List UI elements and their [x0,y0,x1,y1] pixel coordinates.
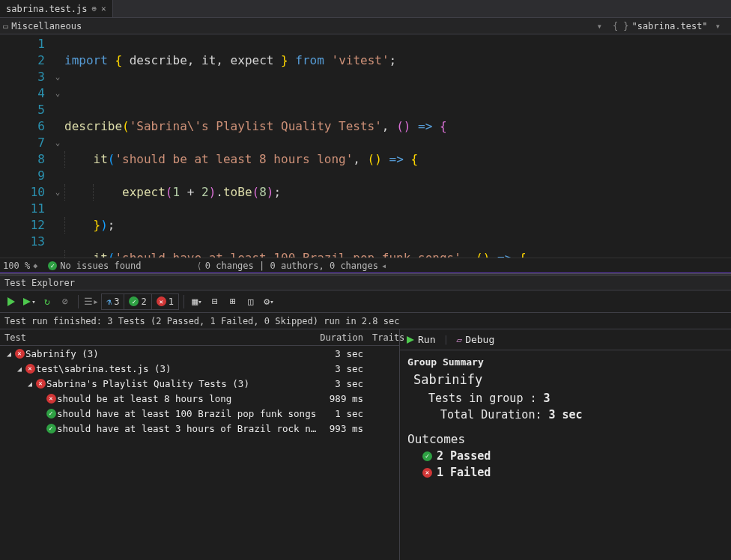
context-label: "sabrina.test" [632,21,708,31]
fail-icon: ✕ [13,349,25,359]
test-name: should have at least 3 hours of Brazil r… [57,423,317,434]
outcome-filter: ⚗3 ✓2 ✕1 [101,293,179,310]
folding-column[interactable]: ⌄⌄⌄⌄ [51,34,64,258]
svg-marker-0 [7,297,15,306]
fail-icon: ✕ [45,394,57,404]
column-test[interactable]: Test [0,332,317,343]
outcome-failed[interactable]: ✕ 1 Failed [422,466,724,479]
pass-icon: ✓ [422,451,432,461]
svg-marker-1 [23,298,31,305]
cancel-button[interactable]: ⊘ [57,293,73,310]
detail-body: Group Summary Sabrinify Tests in group :… [400,350,731,485]
outcome-passed[interactable]: ✓ 2 Passed [422,449,724,463]
group-summary-heading: Group Summary [407,356,724,368]
zoom-level[interactable]: 100 % ◆ [3,261,37,271]
tab-filename: sabrina.test.js [6,4,87,14]
editor-status-bar: 100 % ◆ ✓No issues found ⟨ 0 changes | 0… [0,258,731,273]
filter-passed[interactable]: ✓2 [124,294,151,309]
test-explorer-title: Test Explorer [0,276,731,290]
playlist-button[interactable]: ☰▸ [83,293,100,310]
editor-tab-bar: sabrina.test.js ⊕ ✕ [0,0,731,18]
test-tree-row[interactable]: ✕ should be at least 8 hours long989 ms [0,391,399,406]
run-button[interactable]: ▾ [21,293,37,310]
project-scope-icon: ▭ [3,21,8,31]
view-button[interactable]: ▦▾ [189,293,205,310]
test-tree-row[interactable]: ✓ should have at least 3 hours of Brazil… [0,421,399,436]
outcomes-heading: Outcomes [407,432,724,446]
test-name: test\sabrina.test.js (3) [36,363,317,374]
code-editor[interactable]: 12345678910111213 ⌄⌄⌄⌄ import { describe… [0,34,731,258]
fail-icon: ✕ [24,364,36,374]
tree-expander-icon[interactable]: ◢ [15,365,24,373]
line-number-gutter: 12345678910111213 [0,34,51,258]
detail-debug-button[interactable]: ▱ Debug [456,334,494,345]
test-tree-row[interactable]: ◢✕ Sabrinify (3)3 sec [0,346,399,361]
close-icon[interactable]: ✕ [101,4,106,13]
column-duration[interactable]: Duration [317,332,369,343]
run-all-button[interactable] [3,293,19,310]
test-name: Sabrina's Playlist Quality Tests (3) [46,378,317,389]
test-name: Sabrinify (3) [25,348,317,359]
filter-failed[interactable]: ✕1 [152,294,178,309]
test-duration: 1 sec [317,408,369,419]
run-status-line: Test run finished: 3 Tests (2 Passed, 1 … [0,313,731,329]
chevron-down-icon[interactable]: ▾ [592,21,607,31]
test-duration: 989 ms [317,393,369,404]
test-explorer-body: Test Duration Traits ◢✕ Sabrinify (3)3 s… [0,329,731,560]
test-tree[interactable]: ◢✕ Sabrinify (3)3 sec◢✕ test\sabrina.tes… [0,346,399,560]
test-tree-pane: Test Duration Traits ◢✕ Sabrinify (3)3 s… [0,329,400,560]
test-duration: 993 ms [317,423,369,434]
test-tree-row[interactable]: ◢✕ Sabrina's Playlist Quality Tests (3)3… [0,376,399,391]
fail-icon: ✕ [34,379,46,389]
issues-indicator[interactable]: ✓No issues found [48,261,141,271]
test-duration: 3 sec [317,378,369,389]
test-detail-pane: Run | ▱ Debug Group Summary Sabrinify Te… [400,329,731,560]
detail-toolbar: Run | ▱ Debug [400,329,731,350]
code-content[interactable]: import { describe, it, expect } from 'vi… [64,34,731,258]
pass-icon: ✓ [45,409,57,419]
editor-tab[interactable]: sabrina.test.js ⊕ ✕ [0,0,113,17]
svg-marker-2 [407,336,414,344]
test-name: should be at least 8 hours long [57,393,317,404]
total-duration: Total Duration: 3 sec [440,408,724,421]
project-scope[interactable]: Miscellaneous [11,21,82,31]
fail-icon: ✕ [422,468,432,478]
tree-expander-icon[interactable]: ◢ [4,350,13,358]
debug-icon: ▱ [456,334,462,345]
columns-button[interactable]: ⊞ [225,293,241,310]
tree-columns-header: Test Duration Traits [0,329,399,346]
pin-icon[interactable]: ⊕ [91,4,97,13]
repeat-button[interactable]: ↻ [39,293,55,310]
navigation-bar: ▭ Miscellaneous ▾ { } "sabrina.test" ▾ [0,18,731,34]
test-explorer-toolbar: ▾ ↻ ⊘ ☰▸ ⚗3 ✓2 ✕1 ▦▾ ⊟ ⊞ ◫ ⚙▾ [0,290,731,313]
group-name: Sabrinify [413,372,724,387]
changes-indicator[interactable]: ⟨ 0 changes | 0 authors, 0 changes ◂ [197,261,387,271]
chevron-down-icon[interactable]: ▾ [711,21,725,31]
tree-expander-icon[interactable]: ◢ [25,380,34,388]
test-duration: 3 sec [317,348,369,359]
test-tree-row[interactable]: ◢✕ test\sabrina.test.js (3)3 sec [0,361,399,376]
test-name: should have at least 100 Brazil pop funk… [57,408,317,419]
context-scope[interactable]: { } "sabrina.test" ▾ [607,21,731,31]
tests-in-group: Tests in group : 3 [428,392,724,405]
group-by-button[interactable]: ⊟ [207,293,223,310]
settings-button[interactable]: ⚙▾ [261,293,277,310]
detail-run-button[interactable]: Run [406,334,435,345]
layout-button[interactable]: ◫ [243,293,259,310]
test-tree-row[interactable]: ✓ should have at least 100 Brazil pop fu… [0,406,399,421]
column-traits[interactable]: Traits [369,332,399,343]
pass-icon: ✓ [45,424,57,433]
test-duration: 3 sec [317,363,369,374]
filter-total[interactable]: ⚗3 [102,294,124,309]
